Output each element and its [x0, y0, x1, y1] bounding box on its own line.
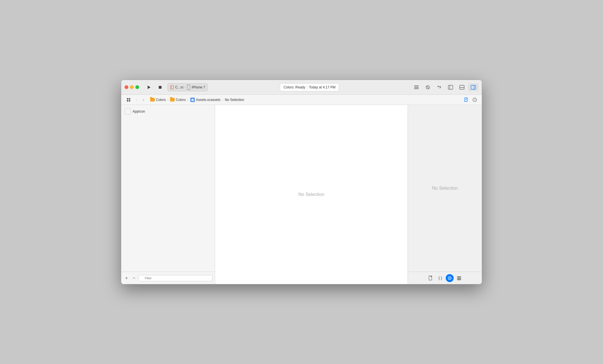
list-item[interactable]: AppIcon [121, 107, 215, 116]
attributes-icon [447, 276, 452, 280]
appicon-thumbnail [125, 108, 131, 115]
debug-toggle[interactable] [457, 83, 467, 91]
breadcrumb-nav: ‹ › [134, 97, 147, 103]
editor-layout-button[interactable] [411, 83, 422, 91]
list-icon [457, 276, 461, 280]
status-bar-center: Colors: Ready Today at 4:17 PM [210, 83, 409, 91]
xcode-window: C...rs › iPhone 7 Colors: Ready Today at… [121, 80, 482, 284]
chevron-right-icon: › [185, 86, 185, 89]
folder-yellow-icon [150, 98, 155, 102]
remove-icon: − [133, 276, 135, 281]
forward-button[interactable]: › [141, 97, 147, 103]
center-no-selection: No Selection [298, 192, 324, 197]
folder-yellow-icon-2 [170, 98, 175, 102]
add-icon: + [125, 276, 128, 281]
stop-button[interactable] [155, 83, 165, 91]
breadcrumb-label-colors1: Colors [156, 98, 166, 102]
inspector-no-selection: No Selection [432, 186, 458, 191]
svg-rect-8 [414, 87, 419, 88]
svg-rect-33 [457, 276, 461, 277]
file-icon [428, 276, 433, 281]
debug-icon [459, 85, 464, 90]
breakpoints-button[interactable] [423, 83, 433, 91]
inspector-icon [471, 85, 476, 90]
run-destination-button[interactable] [434, 83, 444, 91]
traffic-lights [125, 85, 139, 89]
return-icon [437, 85, 441, 90]
left-panel-toolbar: + − ⌕ [121, 272, 215, 284]
svg-rect-12 [448, 85, 453, 89]
breadcrumb-item-assets[interactable]: Assets.xcassets [189, 97, 222, 103]
svg-rect-21 [129, 100, 130, 102]
svg-text:?: ? [474, 99, 475, 102]
breadcrumb-item-colors1[interactable]: Colors [149, 97, 167, 102]
inspector-toggle[interactable] [468, 83, 478, 91]
scheme-device-selector[interactable]: C...rs › iPhone 7 [168, 83, 208, 91]
asset-list: AppIcon [121, 105, 215, 272]
breadcrumb-item-nosel[interactable]: No Selection [224, 97, 245, 102]
svg-rect-19 [129, 98, 130, 100]
navigator-icon [448, 85, 453, 90]
add-file-button[interactable] [462, 96, 470, 104]
size-inspector-button[interactable] [455, 274, 463, 282]
breadcrumb-label-assets: Assets.xcassets [196, 98, 220, 102]
filter-wrapper: ⌕ [138, 275, 212, 281]
svg-rect-2 [171, 86, 174, 89]
svg-rect-16 [471, 85, 476, 89]
title-bar: C...rs › iPhone 7 Colors: Ready Today at… [121, 80, 482, 95]
file-inspector-button[interactable] [426, 274, 435, 282]
breadcrumb-item-colors2[interactable]: Colors [169, 97, 187, 102]
svg-rect-5 [188, 85, 189, 85]
remove-asset-button[interactable]: − [131, 275, 137, 281]
right-panel: No Selection {} [408, 105, 482, 284]
attributes-inspector-button[interactable] [446, 274, 454, 282]
toolbar-right [411, 83, 478, 91]
maximize-button[interactable] [135, 85, 139, 89]
asset-label-appicon: AppIcon [133, 109, 145, 113]
inspector-content: No Selection [408, 105, 482, 272]
grid-icon [127, 98, 131, 102]
toolbar-group-left [144, 83, 165, 91]
device-icon [187, 84, 191, 90]
breadcrumb-separator-2: › [187, 98, 189, 102]
filter-input[interactable] [138, 275, 212, 281]
scheme-icon [170, 85, 174, 89]
left-panel: AppIcon + − ⌕ [121, 105, 215, 284]
svg-rect-35 [457, 279, 461, 280]
breadcrumb-label-colors2: Colors [176, 98, 186, 102]
breadcrumb-path: Colors › Colors › Assets.xcassets › [149, 97, 462, 103]
svg-marker-0 [148, 86, 150, 89]
status-text: Colors: Ready [284, 85, 305, 89]
breadcrumb-label-nosel: No Selection [225, 98, 244, 102]
breadcrumb-bar: ‹ › Colors › Colors › [121, 95, 482, 105]
center-panel: No Selection [215, 105, 408, 284]
svg-text:{}: {} [438, 276, 443, 280]
svg-point-6 [188, 89, 189, 90]
device-label: iPhone 7 [192, 85, 205, 89]
svg-rect-9 [414, 88, 419, 89]
minimize-button[interactable] [130, 85, 134, 89]
back-button[interactable]: ‹ [134, 97, 140, 103]
run-button[interactable] [144, 83, 154, 91]
file-add-icon [464, 98, 468, 102]
status-pill: Colors: Ready Today at 4:17 PM [280, 83, 339, 91]
navigator-toggle[interactable] [445, 83, 456, 91]
breadcrumb-separator-3: › [222, 98, 223, 102]
svg-rect-23 [192, 99, 193, 100]
breakpoints-icon [426, 85, 430, 90]
status-timestamp: Today at 4:17 PM [309, 85, 335, 89]
add-asset-button[interactable]: + [123, 275, 130, 281]
quick-help-button[interactable]: {} [436, 274, 445, 282]
main-content: AppIcon + − ⌕ No Selection [121, 105, 482, 284]
braces-icon: {} [438, 276, 443, 281]
help-icon: ? [472, 98, 477, 102]
svg-rect-7 [414, 86, 419, 86]
close-button[interactable] [125, 85, 128, 89]
navigator-grid-button[interactable] [125, 96, 133, 103]
play-icon [147, 85, 151, 89]
stop-icon [158, 86, 162, 89]
hamburger-icon [414, 85, 419, 89]
breadcrumb-separator: › [168, 98, 169, 102]
help-button[interactable]: ? [471, 96, 478, 104]
svg-line-11 [427, 86, 429, 88]
